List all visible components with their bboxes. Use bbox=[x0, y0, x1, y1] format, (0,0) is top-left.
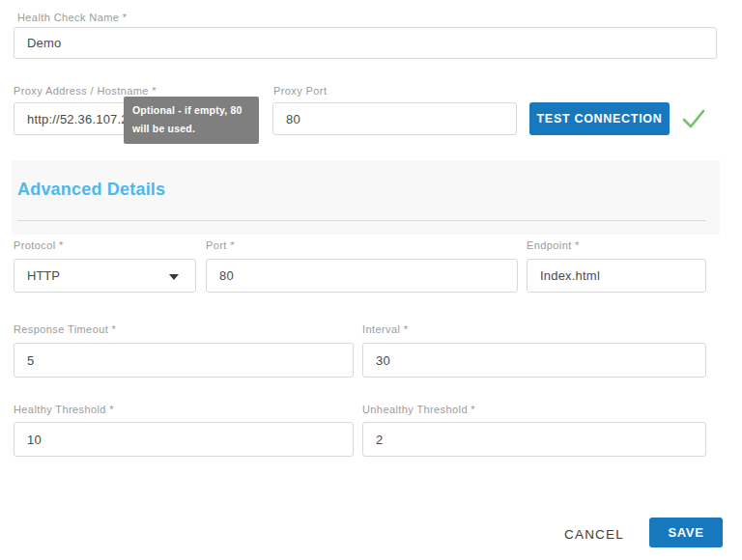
save-button[interactable]: SAVE bbox=[649, 518, 723, 547]
health-check-form: Health Check Name * Proxy Address / Host… bbox=[0, 0, 742, 560]
endpoint-input[interactable] bbox=[527, 259, 706, 293]
endpoint-label: Endpoint * bbox=[527, 239, 580, 251]
proxy-port-tooltip: Optional - if empty, 80 will be used. bbox=[124, 97, 259, 144]
chevron-down-icon bbox=[169, 274, 179, 280]
health-check-name-input[interactable] bbox=[14, 27, 717, 59]
protocol-label: Protocol * bbox=[14, 239, 64, 251]
proxy-port-label: Proxy Port bbox=[273, 85, 327, 97]
healthy-threshold-input[interactable] bbox=[14, 422, 354, 457]
advanced-details-heading: Advanced Details bbox=[17, 180, 165, 200]
port-input[interactable] bbox=[206, 259, 518, 293]
port-label: Port * bbox=[206, 239, 235, 251]
proxy-address-label: Proxy Address / Hostname * bbox=[14, 85, 157, 97]
cancel-button[interactable]: CANCEL bbox=[558, 523, 630, 546]
interval-input[interactable] bbox=[362, 343, 706, 378]
success-checkmark-icon bbox=[681, 106, 706, 131]
protocol-select[interactable]: HTTP bbox=[14, 259, 196, 293]
unhealthy-threshold-label: Unhealthy Threshold * bbox=[362, 404, 475, 415]
test-connection-button[interactable]: TEST CONNECTION bbox=[529, 102, 670, 135]
response-timeout-input[interactable] bbox=[14, 343, 354, 378]
unhealthy-threshold-input[interactable] bbox=[362, 422, 706, 457]
protocol-selected-value: HTTP bbox=[27, 268, 60, 283]
interval-label: Interval * bbox=[362, 323, 408, 335]
healthy-threshold-label: Healthy Threshold * bbox=[14, 404, 114, 415]
proxy-port-input[interactable] bbox=[272, 102, 517, 135]
section-divider bbox=[17, 220, 706, 221]
response-timeout-label: Response Timeout * bbox=[14, 323, 116, 335]
health-check-name-label: Health Check Name * bbox=[17, 12, 127, 23]
